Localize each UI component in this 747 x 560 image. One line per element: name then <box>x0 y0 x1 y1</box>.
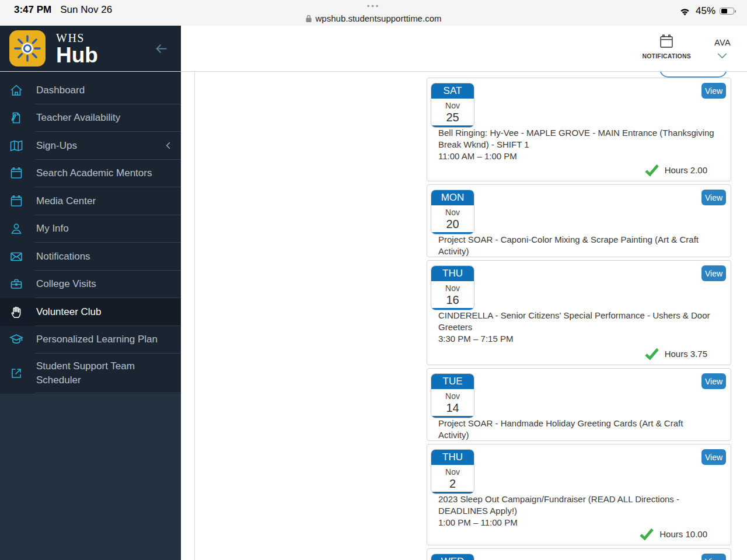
multitask-dots-icon: ••• <box>367 2 381 10</box>
hours-value: Hours 10.00 <box>659 529 707 539</box>
sidebar-item-personalized-learning-plan[interactable]: Personalized Learning Plan <box>0 326 181 354</box>
sidebar-item-label: Volunteer Club <box>36 305 102 319</box>
date-badge: MONNov20 <box>431 190 474 235</box>
clock-date: Sun Nov 26 <box>60 4 112 16</box>
sidebar-item-volunteer-club[interactable]: Volunteer Club <box>0 298 181 326</box>
hours-row: Hours 3.75 <box>644 348 707 360</box>
event-text: Bell Ringing: Hy-Vee - MAPLE GROVE - MAI… <box>438 127 714 162</box>
sidebar-item-label: My Info <box>36 222 69 236</box>
badge-date-number: 25 <box>431 111 474 124</box>
badge-date-number: 14 <box>431 401 474 415</box>
sidebar-item-label: College Visits <box>36 277 96 291</box>
badge-date-number: 2 <box>431 477 474 491</box>
sidebar-item-label: Notifications <box>36 250 90 264</box>
sidebar-item-my-info[interactable]: My Info <box>0 215 181 243</box>
badge-day: SAT <box>431 83 474 99</box>
event-card: MONNov20ViewProject SOAR - Caponi-Color … <box>427 184 731 257</box>
partial-pill-button[interactable] <box>659 71 727 78</box>
badge-day: WED <box>431 554 474 560</box>
sidebar-item-college-visits[interactable]: College Visits <box>0 271 181 299</box>
calendar-icon <box>658 33 675 50</box>
sidebar-item-media-center[interactable]: Media Center <box>0 187 181 215</box>
sidebar-item-dashboard[interactable]: Dashboard <box>0 76 181 104</box>
clock-time: 3:47 PM <box>14 4 51 16</box>
sidebar-item-label: Search Academic Mentors <box>36 166 152 180</box>
view-button[interactable]: View <box>701 190 726 205</box>
whs-hub-logo-icon <box>9 30 46 66</box>
brand-hub: Hub <box>56 45 98 65</box>
sidebar-item-label: Dashboard <box>36 83 85 97</box>
hours-row: Hours 2.00 <box>644 164 707 176</box>
address-bar[interactable]: wpshub.studentsupporttime.com <box>306 13 442 23</box>
user-menu[interactable]: AVA <box>714 38 731 59</box>
sidebar-item-teacher-availability[interactable]: Teacher Availability <box>0 104 181 132</box>
content-divider <box>194 71 195 560</box>
chevron-left-icon <box>164 141 173 150</box>
check-icon <box>639 528 654 540</box>
hours-value: Hours 2.00 <box>665 165 707 175</box>
view-button[interactable]: View <box>701 83 726 99</box>
event-title: Project SOAR - Caponi-Color Mixing & Scr… <box>438 234 714 257</box>
badge-month: Nov <box>431 467 474 477</box>
date-badge: THUNov2 <box>431 449 474 494</box>
graduation-cap-icon <box>9 332 23 346</box>
view-button[interactable]: View <box>701 373 726 389</box>
user-name: AVA <box>714 38 731 47</box>
event-card: THUNov2View2023 Sleep Out Campaign/Fundr… <box>427 444 731 545</box>
event-card: THUNov16ViewCINDERELLA - Senior Citizens… <box>427 260 731 365</box>
hours-row: Hours 10.00 <box>639 528 707 540</box>
badge-month: Nov <box>431 101 474 110</box>
chevron-down-icon <box>717 52 728 59</box>
badge-date-number: 20 <box>431 218 474 231</box>
document-pencil-icon <box>9 111 23 125</box>
badge-month: Nov <box>431 284 474 293</box>
sidebar-item-search-academic-mentors[interactable]: Search Academic Mentors <box>0 160 181 188</box>
address-url: wpshub.studentsupporttime.com <box>316 13 442 23</box>
date-badge: SATNov25 <box>431 83 474 128</box>
event-text: CINDERELLA - Senior Citizens' Special Pe… <box>438 310 714 345</box>
sidebar-item-label: Media Center <box>36 194 96 208</box>
home-icon <box>9 83 23 97</box>
app-header: NOTIFICATIONS AVA <box>181 26 747 71</box>
sidebar-item-sign-ups[interactable]: Sign-Ups <box>0 132 181 160</box>
badge-date-number: 16 <box>431 293 474 307</box>
event-title: Project SOAR - Handmade Holiday Greeting… <box>438 418 714 441</box>
signups-book-icon <box>9 139 23 153</box>
sidebar-item-label: Personalized Learning Plan <box>36 332 158 346</box>
main-content: SATNov25ViewBell Ringing: Hy-Vee - MAPLE… <box>181 71 747 560</box>
battery-percent: 45% <box>696 5 715 17</box>
sidebar-item-label: Teacher Availability <box>36 111 120 125</box>
badge-day: TUE <box>431 374 474 389</box>
event-title: CINDERELLA - Senior Citizens' Special Pe… <box>438 310 714 333</box>
calendar-icon <box>9 194 23 208</box>
check-icon <box>644 164 659 176</box>
sidebar-item-student-support-team-scheduler[interactable]: Student Support Team Scheduler <box>0 354 181 393</box>
event-card: TUENov14ViewProject SOAR - Handmade Holi… <box>427 368 731 441</box>
external-link-icon <box>9 366 23 380</box>
event-title: Bell Ringing: Hy-Vee - MAPLE GROVE - MAI… <box>438 127 714 150</box>
view-button[interactable]: View <box>701 449 726 465</box>
sidebar-collapse-arrow-icon[interactable] <box>153 41 169 57</box>
event-time: 1:00 PM – 11:00 PM <box>438 517 714 528</box>
event-card: SATNov25ViewBell Ringing: Hy-Vee - MAPLE… <box>427 78 731 181</box>
view-button[interactable]: View <box>701 265 726 281</box>
battery-icon <box>720 8 734 15</box>
event-text: Project SOAR - Handmade Holiday Greeting… <box>438 418 714 441</box>
view-button[interactable]: View <box>701 554 726 560</box>
briefcase-icon <box>9 277 23 291</box>
calendar-icon <box>9 166 23 180</box>
date-badge: WED <box>431 554 474 560</box>
status-bar: 3:47 PM Sun Nov 26 ••• wpshub.studentsup… <box>0 0 747 26</box>
sidebar-item-notifications[interactable]: Notifications <box>0 243 181 271</box>
sidebar: WHS Hub DashboardTeacher AvailabilitySig… <box>0 26 181 560</box>
brand-row: WHS Hub <box>0 26 181 71</box>
check-icon <box>644 348 659 360</box>
notifications-button[interactable]: NOTIFICATIONS <box>642 33 690 60</box>
badge-day: THU <box>431 266 474 281</box>
event-time: 11:00 AM – 1:00 PM <box>438 150 714 162</box>
sidebar-item-label: Sign-Ups <box>36 139 77 153</box>
notifications-label: NOTIFICATIONS <box>642 52 690 60</box>
envelope-icon <box>9 250 23 264</box>
badge-day: MON <box>431 190 474 205</box>
date-badge: TUENov14 <box>431 373 474 418</box>
